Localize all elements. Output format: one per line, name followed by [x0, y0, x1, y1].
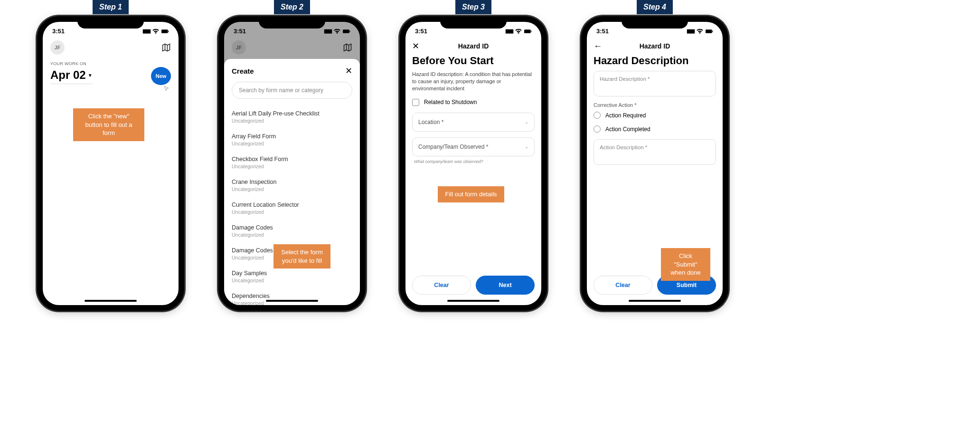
- clear-button[interactable]: Clear: [412, 276, 471, 295]
- action-description-textarea[interactable]: Action Description *: [594, 139, 716, 165]
- callout-3: Fill out form details: [438, 186, 504, 202]
- checkbox-icon: [412, 99, 419, 106]
- list-item[interactable]: Aerial Lift Daily Pre-use ChecklistUncat…: [232, 105, 352, 128]
- top-bar: JF: [43, 37, 179, 57]
- next-button[interactable]: Next: [476, 276, 535, 295]
- list-item[interactable]: Array Field FormUncategorized: [232, 128, 352, 151]
- callout-2: Select the form you'd like to fill: [273, 244, 330, 268]
- field-hint: What company/team was observed?: [412, 159, 535, 164]
- phone-frame: 3:51 ▮▮▮▮ ✕ Hazard ID Before You Start H…: [400, 16, 547, 311]
- page-title: Hazard ID: [458, 42, 489, 50]
- home-indicator: [85, 300, 137, 302]
- chevron-down-icon: ▼: [88, 73, 93, 78]
- form-name: Checkbox Field Form: [232, 156, 352, 163]
- section-heading: Before You Start: [412, 55, 535, 67]
- step-badge-4: Step 4: [637, 0, 673, 14]
- svg-rect-1: [168, 30, 169, 32]
- location-dropdown[interactable]: Location * ⌄: [412, 113, 535, 132]
- chevron-down-icon: ⌄: [525, 119, 528, 125]
- phone-screen: 3:51 ▮▮▮▮ ✕ Hazard ID Before You Start H…: [405, 22, 541, 305]
- form-name: Current Location Selector: [232, 201, 352, 208]
- form-name: Aerial Lift Daily Pre-use Checklist: [232, 110, 352, 117]
- home-indicator: [266, 300, 318, 302]
- phone-notch: [622, 16, 688, 29]
- close-icon[interactable]: ✕: [412, 41, 419, 51]
- callout-4: Click "Submit" when done: [661, 248, 710, 281]
- list-item[interactable]: Current Location SelectorUncategorized: [232, 197, 352, 220]
- map-icon[interactable]: [161, 43, 171, 52]
- page-title: Hazard ID: [640, 42, 670, 50]
- phone-screen: 3:51 ▮▮▮▮ JF YOUR WORK ON Apr 02 ▼: [43, 22, 179, 305]
- list-item[interactable]: Day SamplesUncategorized: [232, 265, 352, 288]
- step-badge-3: Step 3: [455, 0, 491, 14]
- step-4: Step 4 3:51 ▮▮▮▮ ← Hazard ID Hazard: [581, 7, 728, 311]
- work-label: YOUR WORK ON: [43, 57, 179, 66]
- phone-notch: [77, 16, 144, 29]
- form-category: Uncategorized: [232, 141, 352, 146]
- battery-icon: [161, 29, 169, 34]
- form-list: Aerial Lift Daily Pre-use ChecklistUncat…: [232, 105, 352, 305]
- list-item[interactable]: DependenciesUncategorized: [232, 288, 352, 305]
- radio-row[interactable]: Action Required: [594, 112, 716, 119]
- date-selector[interactable]: Apr 02 ▼: [50, 68, 93, 84]
- button-row: Clear Next: [412, 276, 535, 295]
- home-indicator: [447, 300, 499, 302]
- new-button[interactable]: New: [151, 67, 171, 85]
- form-name: Damage Codes: [232, 224, 352, 231]
- radio-row[interactable]: Action Completed: [594, 125, 716, 133]
- step-2: Step 2 3:51 ▮▮▮▮ JF: [218, 7, 366, 311]
- avatar[interactable]: JF: [50, 40, 65, 55]
- dropdown-label: Location *: [418, 119, 443, 125]
- battery-icon: [524, 29, 532, 34]
- form-name: Dependencies: [232, 293, 352, 299]
- radio-icon: [594, 125, 601, 133]
- status-time: 3:51: [596, 28, 609, 35]
- step-badge-1: Step 1: [93, 0, 129, 14]
- wifi-icon: [152, 29, 160, 34]
- tutorial-canvas: Step 1 3:51 ▮▮▮▮ JF YOUR WORK ON: [0, 0, 980, 441]
- home-indicator: [629, 300, 681, 302]
- sheet-header: Create ✕: [232, 66, 352, 76]
- cursor-icon: [163, 85, 170, 92]
- list-item[interactable]: Damage CodesUncategorized: [232, 220, 352, 242]
- list-item[interactable]: Checkbox Field FormUncategorized: [232, 151, 352, 174]
- form-category: Uncategorized: [232, 278, 352, 283]
- checkbox-row[interactable]: Related to Shutdown: [412, 99, 535, 106]
- step-3: Step 3 3:51 ▮▮▮▮ ✕ Hazard ID Before: [400, 7, 547, 311]
- status-icons: ▮▮▮▮: [687, 28, 713, 34]
- team-dropdown[interactable]: Company/Team Observed * ⌄: [412, 137, 535, 156]
- phone-frame: 3:51 ▮▮▮▮ JF YOUR WORK ON Apr 02 ▼: [37, 16, 184, 311]
- checkbox-label: Related to Shutdown: [424, 99, 477, 105]
- form-category: Uncategorized: [232, 163, 352, 169]
- close-icon[interactable]: ✕: [345, 66, 352, 76]
- signal-icon: ▮▮▮▮: [687, 28, 694, 34]
- svg-rect-4: [524, 29, 531, 33]
- chevron-down-icon: ⌄: [525, 144, 528, 149]
- date-text: Apr 02: [50, 68, 86, 82]
- section-heading: Hazard Description: [594, 55, 716, 67]
- wifi-icon: [696, 29, 704, 34]
- radio-icon: [594, 112, 601, 119]
- status-time: 3:51: [415, 28, 427, 35]
- status-icons: ▮▮▮▮: [142, 28, 169, 34]
- form-body: Hazard Description Hazard Description * …: [587, 55, 723, 165]
- status-time: 3:51: [52, 28, 65, 35]
- svg-rect-7: [712, 30, 713, 32]
- phone-notch: [259, 16, 325, 29]
- description-text: Hazard ID description: A condition that …: [412, 71, 535, 92]
- form-category: Uncategorized: [232, 232, 352, 238]
- radio-label: Action Required: [605, 112, 646, 119]
- phone-notch: [440, 16, 507, 29]
- clear-button[interactable]: Clear: [594, 276, 652, 295]
- form-body: Before You Start Hazard ID description: …: [405, 55, 541, 164]
- form-category: Uncategorized: [232, 209, 352, 215]
- svg-rect-5: [531, 30, 531, 32]
- wifi-icon: [515, 29, 522, 34]
- hazard-description-textarea[interactable]: Hazard Description *: [594, 71, 716, 96]
- list-item[interactable]: Crane InspectionUncategorized: [232, 174, 352, 197]
- back-icon[interactable]: ←: [594, 41, 602, 51]
- signal-icon: ▮▮▮▮: [505, 28, 513, 34]
- field-label: Corrective Action *: [594, 102, 716, 108]
- search-input[interactable]: Search by form name or category: [232, 82, 352, 99]
- form-category: Uncategorized: [232, 118, 352, 124]
